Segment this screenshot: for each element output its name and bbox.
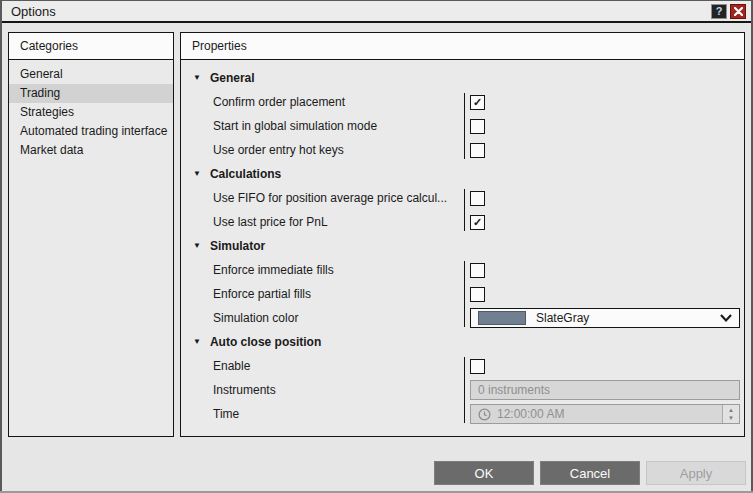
property-row: Time 12:00:00 AM ▲ ▼ xyxy=(181,402,744,426)
apply-button[interactable]: Apply xyxy=(646,461,746,485)
property-section: ▼ Auto close position Enable Instruments… xyxy=(181,330,744,426)
properties-panel: Properties ▼ General Confirm order place… xyxy=(180,32,745,437)
property-label: Enforce immediate fills xyxy=(213,263,334,277)
simulation-color-dropdown[interactable]: SlateGray xyxy=(470,308,740,328)
property-row: Use last price for PnL ✓ xyxy=(181,210,744,234)
titlebar[interactable]: Options ? xyxy=(2,1,751,23)
window-title: Options xyxy=(11,4,56,19)
footer: OKCancelApply xyxy=(434,461,746,485)
instruments-input: 0 instruments xyxy=(470,380,740,400)
section-title: Calculations xyxy=(210,167,281,181)
property-row: Confirm order placement ✓ xyxy=(181,90,744,114)
time-input: 12:00:00 AM ▲ ▼ xyxy=(470,404,740,424)
cancel-button[interactable]: Cancel xyxy=(540,461,640,485)
checkbox-enforce-partial-fills[interactable] xyxy=(470,287,485,302)
property-label: Use order entry hot keys xyxy=(213,143,344,157)
checkbox-confirm-order-placement[interactable]: ✓ xyxy=(470,95,485,110)
section-rows: Enable Instruments 0 instruments Time 12… xyxy=(181,354,744,426)
time-spinner[interactable]: ▲ ▼ xyxy=(722,405,739,423)
property-row: Instruments 0 instruments xyxy=(181,378,744,402)
help-button[interactable]: ? xyxy=(711,4,727,19)
checkbox-use-order-entry-hot-keys[interactable] xyxy=(470,143,485,158)
property-control: ✓ xyxy=(470,212,740,232)
property-row: Use FIFO for position average price calc… xyxy=(181,186,744,210)
sidebar-item-strategies[interactable]: Strategies xyxy=(9,103,173,122)
property-section: ▼ Simulator Enforce immediate fills Enfo… xyxy=(181,234,744,330)
section-header-general[interactable]: ▼ General xyxy=(181,66,744,90)
property-control: 12:00:00 AM ▲ ▼ xyxy=(470,404,740,424)
clock-icon xyxy=(478,408,491,421)
property-label: Instruments xyxy=(213,383,276,397)
categories-list: GeneralTradingStrategiesAutomated tradin… xyxy=(9,60,173,436)
property-row: Simulation color SlateGray xyxy=(181,306,744,330)
section-header-calculations[interactable]: ▼ Calculations xyxy=(181,162,744,186)
spinner-up-icon[interactable]: ▲ xyxy=(728,407,734,413)
property-label: Enable xyxy=(213,359,250,373)
sidebar-item-market-data[interactable]: Market data xyxy=(9,141,173,160)
property-control xyxy=(470,284,740,304)
property-row: Use order entry hot keys xyxy=(181,138,744,162)
property-control: SlateGray xyxy=(470,308,740,328)
section-header-auto-close-position[interactable]: ▼ Auto close position xyxy=(181,330,744,354)
checkbox-enable[interactable] xyxy=(470,359,485,374)
property-label: Enforce partial fills xyxy=(213,287,311,301)
section-header-simulator[interactable]: ▼ Simulator xyxy=(181,234,744,258)
property-control: 0 instruments xyxy=(470,380,740,400)
section-title: General xyxy=(210,71,255,85)
property-row: Enforce partial fills xyxy=(181,282,744,306)
properties-content: ▼ General Confirm order placement ✓ Star… xyxy=(181,60,744,436)
property-label: Start in global simulation mode xyxy=(213,119,377,133)
chevron-down-icon xyxy=(720,314,732,322)
property-label: Use FIFO for position average price calc… xyxy=(213,191,447,205)
close-button[interactable] xyxy=(730,4,746,19)
spinner-down-icon[interactable]: ▼ xyxy=(728,415,734,421)
input-value: 0 instruments xyxy=(478,383,550,397)
collapse-triangle-icon: ▼ xyxy=(193,74,201,82)
collapse-triangle-icon: ▼ xyxy=(193,338,201,346)
property-row: Start in global simulation mode xyxy=(181,114,744,138)
color-swatch xyxy=(478,311,526,325)
property-section: ▼ General Confirm order placement ✓ Star… xyxy=(181,66,744,162)
property-control xyxy=(470,116,740,136)
sidebar-item-trading[interactable]: Trading xyxy=(9,84,173,103)
property-control xyxy=(470,188,740,208)
properties-header: Properties xyxy=(181,33,744,60)
property-control: ✓ xyxy=(470,92,740,112)
checkbox-use-last-price-for-pnl[interactable]: ✓ xyxy=(470,215,485,230)
property-section: ▼ Calculations Use FIFO for position ave… xyxy=(181,162,744,234)
property-label: Use last price for PnL xyxy=(213,215,328,229)
collapse-triangle-icon: ▼ xyxy=(193,242,201,250)
section-title: Simulator xyxy=(210,239,265,253)
window-border-left xyxy=(0,0,2,493)
collapse-triangle-icon: ▼ xyxy=(193,170,201,178)
property-control xyxy=(470,140,740,160)
property-control xyxy=(470,260,740,280)
titlebar-buttons: ? xyxy=(711,4,746,19)
checkbox-use-fifo-for-position-average-price-calcul[interactable] xyxy=(470,191,485,206)
close-icon xyxy=(734,7,743,16)
section-rows: Use FIFO for position average price calc… xyxy=(181,186,744,234)
sidebar-item-automated-trading-interface[interactable]: Automated trading interface xyxy=(9,122,173,141)
property-label: Time xyxy=(213,407,239,421)
section-rows: Confirm order placement ✓ Start in globa… xyxy=(181,90,744,162)
checkbox-start-in-global-simulation-mode[interactable] xyxy=(470,119,485,134)
dropdown-selected-value: SlateGray xyxy=(536,311,589,325)
categories-panel: Categories GeneralTradingStrategiesAutom… xyxy=(8,32,174,437)
checkbox-enforce-immediate-fills[interactable] xyxy=(470,263,485,278)
section-rows: Enforce immediate fills Enforce partial … xyxy=(181,258,744,330)
categories-header: Categories xyxy=(9,33,173,60)
property-label: Confirm order placement xyxy=(213,95,345,109)
sidebar-item-general[interactable]: General xyxy=(9,65,173,84)
property-control xyxy=(470,356,740,376)
input-value: 12:00:00 AM xyxy=(497,407,564,421)
property-row: Enforce immediate fills xyxy=(181,258,744,282)
section-title: Auto close position xyxy=(210,335,321,349)
property-label: Simulation color xyxy=(213,311,298,325)
ok-button[interactable]: OK xyxy=(434,461,534,485)
property-row: Enable xyxy=(181,354,744,378)
